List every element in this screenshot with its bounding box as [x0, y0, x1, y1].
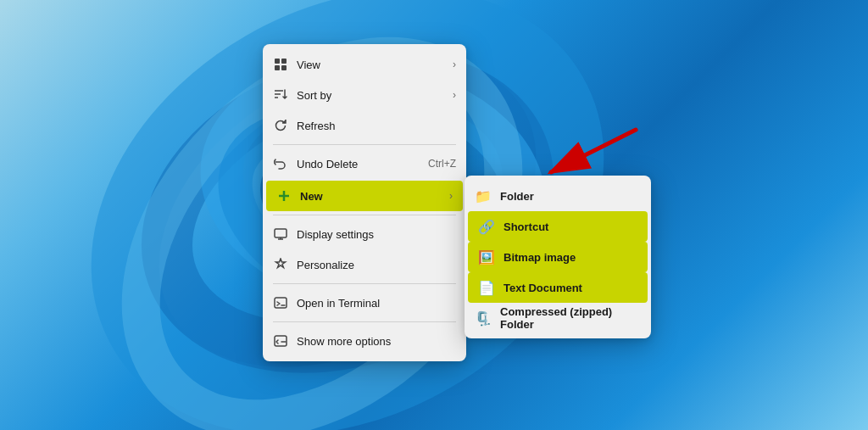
display-icon	[273, 226, 288, 242]
submenu-item-shortcut[interactable]: 🔗 Shortcut	[468, 211, 648, 242]
undo-shortcut: Ctrl+Z	[428, 158, 456, 170]
sort-label: Sort by	[297, 89, 444, 102]
new-arrow: ›	[449, 190, 453, 202]
folder-icon: 📁	[475, 187, 492, 204]
shortcut-label: Shortcut	[504, 221, 637, 233]
view-icon	[273, 57, 288, 72]
divider-4	[273, 321, 456, 322]
submenu-item-zip[interactable]: 🗜️ Compressed (zipped) Folder	[465, 303, 651, 333]
submenu-item-bitmap[interactable]: 🖼️ Bitmap image	[468, 242, 648, 272]
svg-rect-13	[275, 229, 287, 237]
new-label: New	[300, 190, 441, 203]
undo-label: Undo Delete	[297, 158, 420, 170]
sort-icon	[273, 87, 288, 103]
menu-item-more[interactable]: Show more options	[263, 326, 466, 356]
personalize-label: Personalize	[297, 259, 456, 271]
bitmap-label: Bitmap image	[504, 251, 637, 264]
menu-item-new[interactable]: New › 📁 Folder 🔗 Shortcut 🖼️ Bitmap imag…	[266, 181, 463, 211]
menu-item-undo[interactable]: Undo Delete Ctrl+Z	[263, 148, 466, 179]
menu-item-personalize[interactable]: Personalize	[263, 249, 466, 280]
divider-2	[273, 215, 456, 215]
textdoc-icon: 📄	[478, 279, 495, 296]
zip-icon: 🗜️	[475, 310, 492, 327]
more-label: Show more options	[297, 335, 456, 348]
view-label: View	[297, 59, 444, 71]
terminal-icon	[273, 295, 288, 310]
folder-label: Folder	[500, 190, 641, 203]
svg-rect-16	[275, 298, 287, 308]
refresh-icon	[273, 118, 288, 133]
personalize-icon	[273, 257, 288, 272]
divider-1	[273, 144, 456, 145]
context-menu: View › Sort by › Refresh Undo Delete Ctr…	[263, 44, 466, 361]
menu-item-view[interactable]: View ›	[263, 49, 466, 80]
svg-rect-7	[275, 59, 280, 64]
menu-item-refresh[interactable]: Refresh	[263, 110, 466, 141]
zip-label: Compressed (zipped) Folder	[500, 305, 641, 331]
new-submenu: 📁 Folder 🔗 Shortcut 🖼️ Bitmap image 📄 Te…	[465, 176, 651, 338]
desktop: View › Sort by › Refresh Undo Delete Ctr…	[0, 0, 868, 430]
sort-arrow: ›	[453, 89, 456, 101]
terminal-label: Open in Terminal	[297, 297, 456, 310]
menu-item-display[interactable]: Display settings	[263, 219, 466, 249]
submenu-item-folder[interactable]: 📁 Folder	[465, 181, 651, 211]
menu-item-terminal[interactable]: Open in Terminal	[263, 288, 466, 318]
display-label: Display settings	[297, 228, 456, 241]
shortcut-icon: 🔗	[478, 218, 495, 235]
refresh-label: Refresh	[297, 120, 456, 132]
divider-3	[273, 283, 456, 284]
bitmap-icon: 🖼️	[478, 249, 495, 265]
undo-icon	[273, 156, 288, 171]
new-icon	[276, 188, 292, 204]
menu-item-sort[interactable]: Sort by ›	[263, 80, 466, 110]
view-arrow: ›	[453, 59, 456, 70]
submenu-item-textdoc[interactable]: 📄 Text Document	[468, 272, 648, 303]
svg-rect-10	[281, 65, 287, 70]
svg-rect-9	[275, 65, 280, 70]
more-icon	[273, 333, 288, 349]
textdoc-label: Text Document	[504, 282, 637, 294]
svg-rect-8	[281, 59, 287, 64]
